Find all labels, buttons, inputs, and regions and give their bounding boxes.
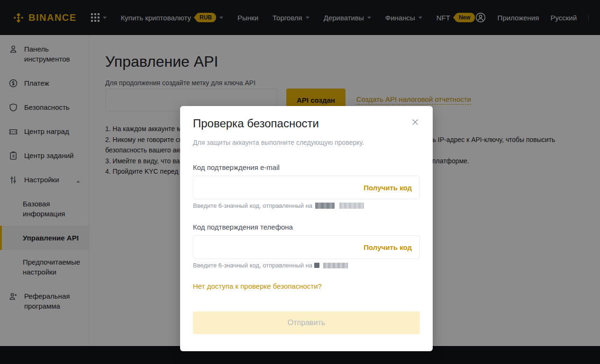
security-verification-modal: Проверка безопасности Для защиты аккаунт…	[180, 106, 433, 351]
modal-header: Проверка безопасности	[193, 116, 420, 131]
email-get-code-link[interactable]: Получить код	[364, 184, 412, 192]
phone-get-code-link[interactable]: Получить код	[364, 243, 412, 251]
phone-code-label: Код подтверждения телефона	[193, 222, 420, 231]
email-code-field: Получить код	[193, 176, 420, 199]
modal-title: Проверка безопасности	[193, 116, 319, 131]
email-code-label: Код подтверждения e-mail	[193, 163, 420, 172]
phone-code-field: Получить код	[193, 235, 420, 259]
screen: BINANCE Купить криптовалюту RUB Рынки Т	[0, 0, 600, 364]
close-icon	[411, 118, 419, 126]
phone-code-helper: Введите 6-значный код, отправленный на	[193, 262, 420, 269]
email-helper-text: Введите 6-значный код, отправленный на	[193, 202, 312, 209]
modal-subtitle: Для защиты аккаунта выполните следующую …	[193, 138, 420, 147]
close-button[interactable]	[410, 117, 420, 128]
email-code-group: Код подтверждения e-mail Получить код Вв…	[193, 163, 420, 209]
phone-helper-text: Введите 6-значный код, отправленный на	[193, 262, 312, 269]
redacted-phone-part2	[323, 263, 348, 268]
email-code-helper: Введите 6-значный код, отправленный на	[193, 202, 420, 209]
phone-code-group: Код подтверждения телефона Получить код …	[193, 222, 420, 269]
no-access-link[interactable]: Нет доступа к проверке безопасности?	[193, 282, 322, 290]
redacted-phone-part1	[314, 263, 319, 268]
redacted-email-part2	[339, 203, 364, 209]
submit-button[interactable]: Отправить	[193, 311, 420, 334]
redacted-email-part1	[315, 203, 335, 209]
